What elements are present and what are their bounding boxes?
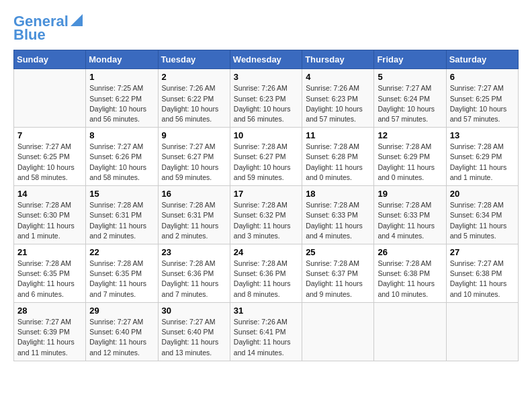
calendar-cell: 5Sunrise: 7:27 AM Sunset: 6:24 PM Daylig… — [374, 69, 446, 128]
day-info: Sunrise: 7:28 AM Sunset: 6:36 PM Dayligh… — [234, 259, 298, 300]
calendar-week-5: 28Sunrise: 7:27 AM Sunset: 6:39 PM Dayli… — [14, 302, 519, 361]
calendar-cell: 29Sunrise: 7:27 AM Sunset: 6:40 PM Dayli… — [86, 302, 158, 361]
calendar-table: SundayMondayTuesdayWednesdayThursdayFrid… — [13, 50, 519, 361]
day-info: Sunrise: 7:28 AM Sunset: 6:29 PM Dayligh… — [450, 142, 515, 183]
day-number: 30 — [162, 306, 226, 316]
day-info: Sunrise: 7:28 AM Sunset: 6:30 PM Dayligh… — [17, 200, 82, 241]
logo: General Blue — [13, 13, 83, 43]
calendar-cell — [446, 302, 518, 361]
calendar-cell: 12Sunrise: 7:28 AM Sunset: 6:29 PM Dayli… — [374, 128, 446, 186]
day-number: 29 — [89, 306, 154, 316]
day-number: 12 — [378, 130, 442, 140]
day-info: Sunrise: 7:28 AM Sunset: 6:35 PM Dayligh… — [89, 259, 154, 300]
day-info: Sunrise: 7:28 AM Sunset: 6:37 PM Dayligh… — [306, 259, 370, 300]
day-number: 4 — [306, 72, 370, 82]
calendar-cell: 11Sunrise: 7:28 AM Sunset: 6:28 PM Dayli… — [302, 128, 374, 186]
day-number: 8 — [89, 130, 154, 140]
calendar-cell: 1Sunrise: 7:25 AM Sunset: 6:22 PM Daylig… — [86, 69, 158, 128]
day-info: Sunrise: 7:28 AM Sunset: 6:36 PM Dayligh… — [162, 259, 226, 300]
day-info: Sunrise: 7:27 AM Sunset: 6:25 PM Dayligh… — [17, 142, 82, 183]
calendar-cell: 16Sunrise: 7:28 AM Sunset: 6:31 PM Dayli… — [158, 186, 230, 244]
weekday-header-tuesday: Tuesday — [158, 50, 230, 69]
day-number: 9 — [162, 130, 226, 140]
day-number: 10 — [234, 130, 298, 140]
calendar-cell: 27Sunrise: 7:27 AM Sunset: 6:38 PM Dayli… — [446, 244, 518, 303]
calendar-cell: 8Sunrise: 7:27 AM Sunset: 6:26 PM Daylig… — [86, 128, 158, 186]
calendar-cell: 22Sunrise: 7:28 AM Sunset: 6:35 PM Dayli… — [86, 244, 158, 303]
day-number: 27 — [450, 247, 515, 257]
day-info: Sunrise: 7:27 AM Sunset: 6:39 PM Dayligh… — [17, 317, 82, 358]
day-info: Sunrise: 7:27 AM Sunset: 6:38 PM Dayligh… — [450, 259, 515, 300]
day-number: 2 — [162, 72, 226, 82]
day-number: 17 — [234, 189, 298, 199]
day-info: Sunrise: 7:26 AM Sunset: 6:41 PM Dayligh… — [234, 317, 298, 358]
calendar-cell: 28Sunrise: 7:27 AM Sunset: 6:39 PM Dayli… — [14, 302, 86, 361]
calendar-cell: 19Sunrise: 7:28 AM Sunset: 6:33 PM Dayli… — [374, 186, 446, 244]
calendar-cell: 7Sunrise: 7:27 AM Sunset: 6:25 PM Daylig… — [14, 128, 86, 186]
day-number: 25 — [306, 247, 370, 257]
day-number: 20 — [450, 189, 515, 199]
day-info: Sunrise: 7:26 AM Sunset: 6:23 PM Dayligh… — [306, 83, 370, 124]
day-info: Sunrise: 7:28 AM Sunset: 6:35 PM Dayligh… — [17, 259, 82, 300]
day-number: 16 — [162, 189, 226, 199]
calendar-cell: 23Sunrise: 7:28 AM Sunset: 6:36 PM Dayli… — [158, 244, 230, 303]
calendar-cell: 6Sunrise: 7:27 AM Sunset: 6:25 PM Daylig… — [446, 69, 518, 128]
day-info: Sunrise: 7:27 AM Sunset: 6:27 PM Dayligh… — [162, 142, 226, 183]
day-number: 18 — [306, 189, 370, 199]
calendar-cell: 20Sunrise: 7:28 AM Sunset: 6:34 PM Dayli… — [446, 186, 518, 244]
day-number: 21 — [17, 247, 82, 257]
day-info: Sunrise: 7:27 AM Sunset: 6:26 PM Dayligh… — [89, 142, 154, 183]
calendar-cell: 26Sunrise: 7:28 AM Sunset: 6:38 PM Dayli… — [374, 244, 446, 303]
day-info: Sunrise: 7:28 AM Sunset: 6:38 PM Dayligh… — [378, 259, 442, 300]
day-number: 22 — [89, 247, 154, 257]
day-number: 31 — [234, 306, 298, 316]
weekday-header-sunday: Sunday — [14, 50, 86, 69]
calendar-cell: 25Sunrise: 7:28 AM Sunset: 6:37 PM Dayli… — [302, 244, 374, 303]
day-number: 19 — [378, 189, 442, 199]
calendar-cell: 15Sunrise: 7:28 AM Sunset: 6:31 PM Dayli… — [86, 186, 158, 244]
weekday-header-thursday: Thursday — [302, 50, 374, 69]
svg-marker-0 — [71, 14, 83, 26]
calendar-cell: 30Sunrise: 7:27 AM Sunset: 6:40 PM Dayli… — [158, 302, 230, 361]
calendar-cell — [374, 302, 446, 361]
day-number: 23 — [162, 247, 226, 257]
day-info: Sunrise: 7:28 AM Sunset: 6:33 PM Dayligh… — [378, 200, 442, 241]
day-info: Sunrise: 7:28 AM Sunset: 6:33 PM Dayligh… — [306, 200, 370, 241]
calendar-week-2: 7Sunrise: 7:27 AM Sunset: 6:25 PM Daylig… — [14, 128, 519, 186]
calendar-cell: 14Sunrise: 7:28 AM Sunset: 6:30 PM Dayli… — [14, 186, 86, 244]
weekday-header-friday: Friday — [374, 50, 446, 69]
day-info: Sunrise: 7:28 AM Sunset: 6:28 PM Dayligh… — [306, 142, 370, 183]
calendar-cell: 21Sunrise: 7:28 AM Sunset: 6:35 PM Dayli… — [14, 244, 86, 303]
day-info: Sunrise: 7:28 AM Sunset: 6:32 PM Dayligh… — [234, 200, 298, 241]
calendar-cell: 10Sunrise: 7:28 AM Sunset: 6:27 PM Dayli… — [230, 128, 302, 186]
logo-text-blue: Blue — [13, 27, 46, 43]
day-info: Sunrise: 7:26 AM Sunset: 6:23 PM Dayligh… — [234, 83, 298, 124]
calendar-cell: 9Sunrise: 7:27 AM Sunset: 6:27 PM Daylig… — [158, 128, 230, 186]
day-number: 28 — [17, 306, 82, 316]
day-info: Sunrise: 7:27 AM Sunset: 6:25 PM Dayligh… — [450, 83, 515, 124]
calendar-cell: 3Sunrise: 7:26 AM Sunset: 6:23 PM Daylig… — [230, 69, 302, 128]
day-info: Sunrise: 7:27 AM Sunset: 6:40 PM Dayligh… — [162, 317, 226, 358]
day-info: Sunrise: 7:28 AM Sunset: 6:29 PM Dayligh… — [378, 142, 442, 183]
day-number: 7 — [17, 130, 82, 140]
calendar-cell: 2Sunrise: 7:26 AM Sunset: 6:22 PM Daylig… — [158, 69, 230, 128]
calendar-cell: 17Sunrise: 7:28 AM Sunset: 6:32 PM Dayli… — [230, 186, 302, 244]
day-number: 15 — [89, 189, 154, 199]
weekday-header-monday: Monday — [86, 50, 158, 69]
weekday-header-row: SundayMondayTuesdayWednesdayThursdayFrid… — [14, 50, 519, 69]
day-number: 13 — [450, 130, 515, 140]
calendar-cell: 24Sunrise: 7:28 AM Sunset: 6:36 PM Dayli… — [230, 244, 302, 303]
day-info: Sunrise: 7:25 AM Sunset: 6:22 PM Dayligh… — [89, 83, 154, 124]
day-number: 5 — [378, 72, 442, 82]
calendar-cell: 31Sunrise: 7:26 AM Sunset: 6:41 PM Dayli… — [230, 302, 302, 361]
calendar-week-4: 21Sunrise: 7:28 AM Sunset: 6:35 PM Dayli… — [14, 244, 519, 303]
weekday-header-wednesday: Wednesday — [230, 50, 302, 69]
calendar-cell — [302, 302, 374, 361]
calendar-cell: 18Sunrise: 7:28 AM Sunset: 6:33 PM Dayli… — [302, 186, 374, 244]
calendar-cell: 13Sunrise: 7:28 AM Sunset: 6:29 PM Dayli… — [446, 128, 518, 186]
day-info: Sunrise: 7:28 AM Sunset: 6:31 PM Dayligh… — [162, 200, 226, 241]
day-number: 14 — [17, 189, 82, 199]
day-number: 24 — [234, 247, 298, 257]
logo-bird-icon — [71, 14, 83, 26]
day-number: 11 — [306, 130, 370, 140]
